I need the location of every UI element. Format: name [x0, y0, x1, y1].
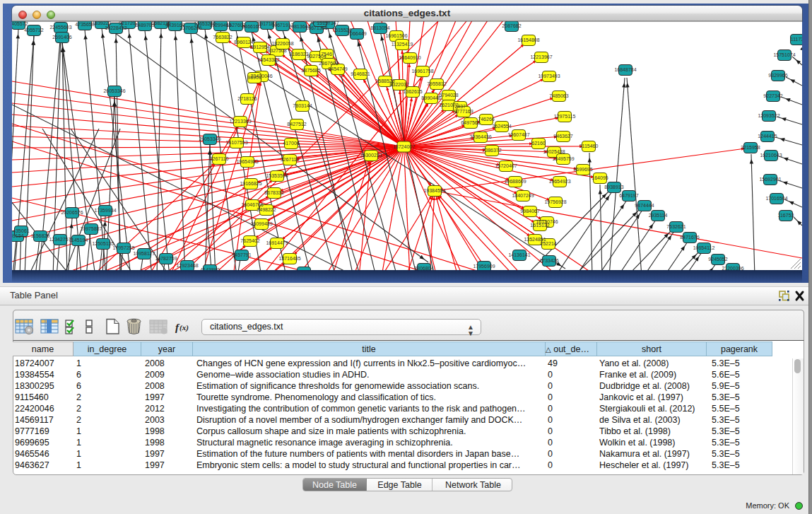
svg-text:3267110: 3267110 — [281, 157, 300, 162]
svg-text:21200396: 21200396 — [722, 266, 743, 270]
svg-text:9245052: 9245052 — [708, 257, 727, 262]
svg-text:23706266: 23706266 — [180, 25, 201, 30]
svg-text:16848784: 16848784 — [614, 67, 636, 72]
svg-text:8427512: 8427512 — [287, 122, 306, 127]
svg-text:14136141: 14136141 — [508, 252, 530, 257]
svg-text:16210643: 16210643 — [760, 153, 782, 158]
svg-text:19756928: 19756928 — [544, 199, 566, 204]
svg-text:1999828: 1999828 — [310, 21, 329, 23]
svg-text:10958127: 10958127 — [133, 251, 155, 256]
svg-text:10975887: 10975887 — [80, 226, 102, 231]
svg-text:18226058: 18226058 — [271, 41, 293, 46]
svg-text:2718126: 2718126 — [237, 96, 257, 101]
svg-text:7485063: 7485063 — [549, 93, 568, 98]
svg-text:8806804: 8806804 — [414, 266, 433, 270]
svg-text:9474444: 9474444 — [635, 203, 654, 208]
svg-text:12342757: 12342757 — [49, 237, 71, 242]
svg-text:15751074: 15751074 — [773, 52, 795, 57]
svg-text:16961506: 16961506 — [385, 33, 407, 38]
svg-text:26053346: 26053346 — [199, 136, 220, 141]
svg-text:3215958: 3215958 — [741, 145, 760, 150]
svg-text:6479197: 6479197 — [619, 193, 638, 198]
svg-text:10654112: 10654112 — [693, 245, 715, 250]
svg-text:4143890: 4143890 — [200, 267, 219, 270]
svg-text:18495759: 18495759 — [552, 156, 574, 161]
svg-text:17956909: 17956909 — [473, 264, 495, 269]
svg-text:10973493: 10973493 — [538, 74, 560, 78]
svg-text:18640910: 18640910 — [399, 55, 420, 60]
svg-text:1362615: 1362615 — [403, 89, 422, 94]
svg-text:12213363: 12213363 — [229, 119, 251, 124]
svg-text:20364436: 20364436 — [469, 134, 491, 139]
svg-text:9329966: 9329966 — [768, 73, 787, 78]
svg-text:7632621: 7632621 — [666, 224, 686, 229]
svg-text:8960124: 8960124 — [234, 40, 253, 45]
svg-text:16961758: 16961758 — [411, 69, 433, 74]
svg-text:2691406: 2691406 — [52, 35, 71, 40]
svg-text:16099489: 16099489 — [250, 221, 272, 226]
svg-text:8471676: 8471676 — [680, 235, 699, 240]
svg-text:9984067: 9984067 — [520, 209, 539, 214]
svg-text:116753: 116753 — [778, 213, 794, 218]
svg-text:10607487: 10607487 — [507, 132, 529, 137]
svg-text:6794028: 6794028 — [439, 93, 458, 98]
svg-text:16154808: 16154808 — [517, 37, 539, 42]
svg-text:2867608: 2867608 — [319, 61, 338, 66]
svg-text:9457791: 9457791 — [232, 252, 251, 257]
svg-text:16543382: 16543382 — [257, 57, 279, 62]
svg-text:3875685: 3875685 — [301, 68, 320, 73]
svg-text:12975115: 12975115 — [554, 114, 576, 119]
svg-text:9146821: 9146821 — [351, 71, 370, 76]
svg-text:22455603: 22455603 — [49, 25, 71, 30]
svg-text:16107553: 16107553 — [225, 140, 247, 145]
svg-text:10025438: 10025438 — [543, 149, 565, 154]
svg-text:8938913: 8938913 — [604, 185, 623, 189]
svg-text:17016504: 17016504 — [765, 196, 787, 201]
svg-text:10688609: 10688609 — [504, 179, 526, 184]
svg-text:15353594: 15353594 — [266, 173, 288, 178]
svg-text:26053346: 26053346 — [103, 88, 125, 93]
svg-text:9227342: 9227342 — [763, 93, 782, 98]
svg-text:39154: 39154 — [12, 233, 24, 238]
svg-text:7663822: 7663822 — [213, 35, 232, 40]
svg-text:(x): (x) — [180, 323, 189, 332]
svg-text:1156829: 1156829 — [31, 233, 50, 238]
svg-text:9463627: 9463627 — [553, 134, 572, 139]
svg-text:16914479: 16914479 — [266, 240, 288, 245]
svg-text:12093522: 12093522 — [758, 113, 779, 118]
svg-text:3624554: 3624554 — [492, 124, 511, 129]
svg-text:12505135: 12505135 — [92, 241, 114, 246]
svg-text:7546: 7546 — [321, 52, 332, 57]
svg-text:1145194: 1145194 — [69, 238, 88, 243]
svg-text:417006: 417006 — [283, 141, 299, 146]
svg-text:1733426: 1733426 — [539, 258, 558, 263]
svg-text:7625402: 7625402 — [240, 238, 259, 243]
svg-text:3498222: 3498222 — [257, 207, 276, 212]
svg-text:1244415: 1244415 — [758, 134, 777, 139]
svg-text:1405572: 1405572 — [12, 21, 28, 26]
svg-text:19654923: 19654923 — [548, 179, 570, 184]
svg-text:252214: 252214 — [540, 241, 556, 246]
svg-text:3267110: 3267110 — [210, 156, 229, 161]
svg-text:18724007: 18724007 — [393, 144, 415, 149]
svg-text:12213967: 12213967 — [530, 54, 552, 59]
svg-text:8186323: 8186323 — [289, 52, 308, 57]
svg-text:435061: 435061 — [13, 228, 29, 233]
svg-text:17359934: 17359934 — [94, 208, 116, 213]
svg-text:15720407: 15720407 — [495, 163, 517, 168]
svg-text:98901: 98901 — [247, 75, 261, 80]
svg-text:17957255: 17957255 — [112, 245, 134, 250]
svg-text:16046766: 16046766 — [241, 202, 263, 207]
svg-text:8322037: 8322037 — [389, 82, 408, 87]
svg-text:8336273: 8336273 — [294, 269, 313, 270]
svg-text:8454749: 8454749 — [328, 66, 347, 71]
svg-text:12923468: 12923468 — [176, 263, 198, 268]
svg-text:15300233: 15300233 — [360, 153, 382, 158]
svg-text:7386372: 7386372 — [482, 148, 501, 153]
svg-text:19654983: 19654983 — [236, 159, 258, 164]
svg-text:7955812: 7955812 — [427, 81, 446, 86]
svg-text:2066449: 2066449 — [347, 31, 366, 36]
svg-text:10228452: 10228452 — [105, 25, 126, 30]
svg-text:15692901: 15692901 — [759, 177, 781, 182]
svg-text:62160: 62160 — [531, 141, 546, 146]
